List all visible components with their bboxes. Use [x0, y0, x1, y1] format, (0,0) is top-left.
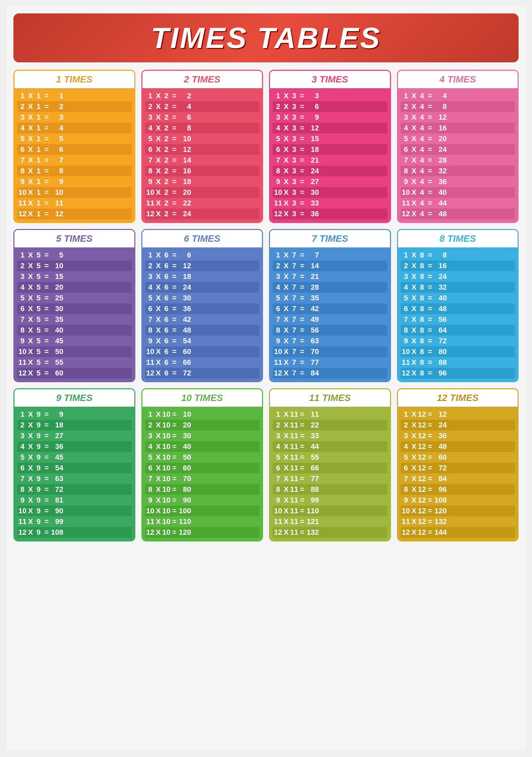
row-multiplier: 9 — [37, 517, 41, 526]
row-multiplier: 3 — [292, 188, 296, 197]
table-row: 12 X 8 = 96 — [401, 368, 515, 378]
row-x-symbol: X — [28, 124, 33, 132]
table-body-4: 1 X 4 = 4 2 X 4 = 8 3 X 4 = 12 4 X 4 = 1… — [398, 89, 518, 222]
table-row: 10 X 2 = 20 — [145, 187, 260, 198]
row-equals-symbol: = — [172, 92, 177, 100]
row-result: 99 — [50, 517, 63, 526]
table-row: 8 X 8 = 64 — [401, 325, 515, 336]
row-result: 28 — [306, 283, 319, 292]
table-row: 10 X 8 = 80 — [401, 346, 515, 357]
row-num: 11 — [274, 199, 282, 208]
table-row: 7 X 6 = 42 — [145, 314, 260, 325]
row-num: 10 — [18, 507, 26, 515]
row-multiplier: 7 — [292, 283, 296, 292]
row-equals-symbol: = — [172, 156, 177, 165]
row-num: 11 — [402, 517, 410, 526]
table-row: 12 X 2 = 24 — [145, 209, 260, 219]
row-result: 6 — [306, 102, 319, 111]
page-title: TIMES TABLES — [17, 21, 515, 55]
row-equals-symbol: = — [172, 326, 177, 335]
table-row: 11 X 4 = 44 — [401, 198, 515, 209]
row-multiplier: 5 — [37, 261, 41, 270]
row-num: 7 — [148, 474, 152, 483]
row-result: 12 — [434, 113, 447, 122]
row-num: 11 — [402, 199, 410, 208]
row-multiplier: 9 — [37, 453, 41, 462]
row-num: 3 — [276, 272, 280, 281]
row-multiplier: 5 — [37, 272, 41, 281]
row-equals-symbol: = — [172, 102, 177, 111]
row-result: 56 — [434, 315, 447, 324]
row-multiplier: 11 — [290, 421, 298, 429]
row-x-symbol: X — [284, 156, 289, 165]
row-result: 36 — [434, 177, 447, 186]
row-result: 18 — [178, 272, 191, 281]
row-result: 30 — [178, 431, 191, 440]
row-equals-symbol: = — [172, 507, 177, 515]
row-num: 1 — [148, 410, 152, 419]
row-x-symbol: X — [156, 210, 161, 218]
table-row: 10 X 1 = 10 — [17, 187, 132, 198]
row-result: 72 — [50, 485, 63, 494]
row-x-symbol: X — [284, 102, 289, 111]
table-row: 1 X 7 = 7 — [273, 250, 387, 260]
row-result: 80 — [434, 347, 447, 356]
row-equals-symbol: = — [300, 210, 305, 218]
table-row: 7 X 7 = 49 — [273, 314, 387, 325]
row-x-symbol: X — [284, 188, 289, 197]
row-multiplier: 9 — [37, 507, 41, 515]
row-multiplier: 8 — [420, 347, 424, 356]
row-equals-symbol: = — [428, 167, 432, 175]
row-x-symbol: X — [411, 251, 416, 259]
row-x-symbol: X — [411, 167, 416, 175]
row-equals-symbol: = — [428, 326, 432, 335]
row-multiplier: 5 — [37, 294, 41, 302]
table-row: 7 X 8 = 56 — [401, 314, 515, 325]
table-row: 2 X 1 = 2 — [17, 101, 132, 112]
row-x-symbol: X — [284, 113, 289, 122]
row-num: 1 — [148, 92, 152, 100]
row-result: 15 — [50, 272, 63, 281]
row-multiplier: 1 — [37, 102, 41, 111]
row-num: 1 — [20, 410, 24, 419]
row-num: 5 — [276, 453, 280, 462]
row-x-symbol: X — [28, 421, 33, 429]
row-result: 30 — [178, 294, 191, 302]
table-row: 11 X 1 = 11 — [17, 198, 132, 209]
row-equals-symbol: = — [172, 134, 177, 143]
row-result: 96 — [434, 485, 447, 494]
row-result: 84 — [306, 369, 319, 377]
row-multiplier: 10 — [162, 517, 170, 526]
row-num: 8 — [20, 167, 24, 175]
row-result: 40 — [178, 442, 191, 451]
row-result: 16 — [434, 124, 447, 132]
row-x-symbol: X — [284, 283, 289, 292]
row-equals-symbol: = — [300, 507, 305, 515]
row-equals-symbol: = — [172, 421, 177, 429]
table-row: 1 X 1 = 1 — [17, 91, 132, 101]
row-num: 8 — [20, 485, 24, 494]
row-equals-symbol: = — [300, 347, 305, 356]
row-result: 1 — [50, 92, 63, 100]
row-equals-symbol: = — [428, 496, 432, 505]
row-num: 12 — [18, 528, 26, 537]
row-x-symbol: X — [156, 199, 161, 208]
row-x-symbol: X — [156, 113, 161, 122]
row-result: 66 — [178, 358, 191, 367]
table-row: 12 X 6 = 72 — [145, 368, 260, 378]
row-equals-symbol: = — [300, 124, 305, 132]
row-num: 4 — [20, 124, 24, 132]
table-body-8: 1 X 8 = 8 2 X 8 = 16 3 X 8 = 24 4 X 8 = … — [398, 248, 518, 381]
row-num: 9 — [404, 496, 408, 505]
row-multiplier: 8 — [420, 261, 424, 270]
table-row: 8 X 10 = 80 — [145, 484, 260, 495]
row-multiplier: 6 — [164, 261, 168, 270]
table-row: 4 X 8 = 32 — [401, 282, 515, 293]
row-equals-symbol: = — [428, 474, 432, 483]
row-result: 132 — [434, 517, 447, 526]
row-result: 5 — [50, 134, 63, 143]
row-num: 10 — [402, 507, 410, 515]
table-row: 9 X 8 = 72 — [401, 336, 515, 346]
row-num: 3 — [20, 272, 24, 281]
row-equals-symbol: = — [300, 453, 305, 462]
